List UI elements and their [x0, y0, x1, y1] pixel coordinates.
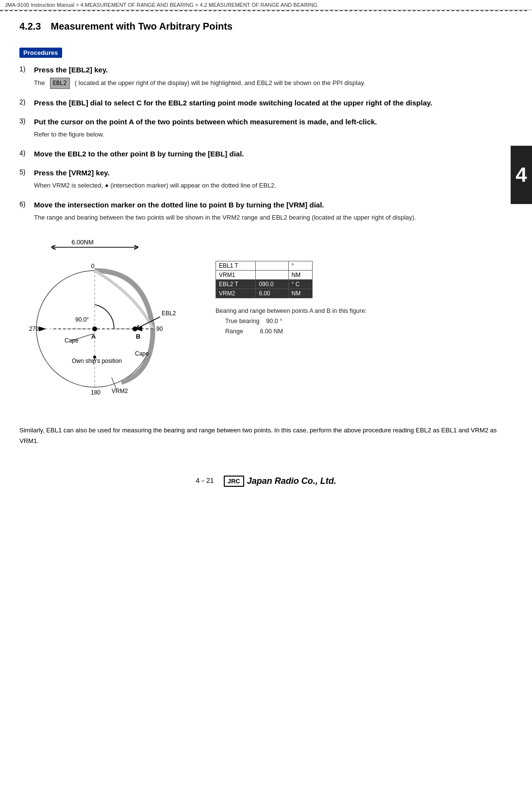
svg-text:270: 270 [29, 325, 39, 332]
step-2: 2) Press the [EBL] dial to select C for … [19, 98, 513, 108]
step-1-number: 1) [19, 65, 34, 73]
true-bearing-value: 90.0 ° [266, 318, 282, 325]
svg-text:90.0°: 90.0° [75, 316, 89, 323]
company-name: Japan Radio Co., Ltd. [247, 476, 336, 486]
svg-text:6.00NM: 6.00NM [71, 239, 94, 246]
svg-text:Own ship's position: Own ship's position [72, 358, 122, 364]
step-4-text: Move the EBL2 to the other point B by tu… [34, 149, 244, 159]
section-heading: 4.2.3 Measurement with Two Arbitrary Poi… [19, 21, 513, 40]
radar-diagram: 6.00NM 0 270 90 180 [19, 232, 204, 416]
chapter-tab: 4 [511, 146, 532, 204]
vrm1-unit: NM [288, 270, 312, 279]
table-row-ebl2: EBL2 T 090.0 ° C [216, 279, 313, 289]
step-1-desc: The EBL2 ( located at the upper right of… [34, 78, 513, 89]
svg-marker-25 [39, 326, 46, 331]
range-label: Range [225, 328, 243, 335]
ebl2-row-label: EBL2 T [216, 279, 256, 289]
section-title: Measurement with Two Arbitrary Points [50, 21, 233, 32]
ebl2-row-unit: ° C [288, 279, 312, 289]
svg-text:Cape: Cape [135, 350, 149, 357]
vrm1-value [256, 270, 288, 279]
step-4: 4) Move the EBL2 to the other point B by… [19, 149, 513, 159]
step-5-number: 5) [19, 168, 34, 176]
ebl1-unit: ° [288, 261, 312, 270]
vrm1-label: VRM1 [216, 270, 256, 279]
svg-point-11 [92, 326, 97, 331]
true-bearing-label: True bearing [225, 318, 259, 325]
step-3-text: Put the cursor on the point A of the two… [34, 117, 377, 127]
step-4-number: 4) [19, 149, 34, 157]
page-footer: 4－21 JRC Japan Radio Co., Ltd. [0, 471, 532, 492]
procedures-badge: Procedures [19, 48, 62, 58]
page-number: 4－21 [196, 477, 214, 485]
ebl1-value [256, 261, 288, 270]
step-3-number: 3) [19, 117, 34, 125]
jrc-label: JRC [224, 476, 244, 487]
step-6-desc: The range and bearing between the two po… [34, 213, 513, 223]
vrm2-row-label: VRM2 [216, 289, 256, 298]
svg-text:VRM2: VRM2 [112, 388, 128, 394]
step-6-number: 6) [19, 200, 34, 208]
figure-area: 6.00NM 0 270 90 180 [19, 232, 513, 416]
svg-text:EBL2: EBL2 [162, 310, 176, 317]
step-6-text: Move the intersection marker on the dott… [34, 200, 324, 210]
svg-point-24 [93, 356, 96, 359]
bearing-true-line: True bearing 90.0 ° [216, 316, 366, 326]
range-value: 6.00 NM [260, 328, 283, 335]
jrc-logo: JRC Japan Radio Co., Ltd. [224, 476, 336, 487]
svg-text:180: 180 [91, 389, 100, 396]
step-2-text: Press the [EBL] dial to select C for the… [34, 98, 432, 108]
svg-text:0: 0 [91, 263, 95, 270]
ebl1-label: EBL1 T [216, 261, 256, 270]
bearing-range-line: Range 6.00 NM [216, 326, 366, 337]
svg-text:A: A [91, 333, 96, 340]
vrm2-row-unit: NM [288, 289, 312, 298]
table-row-vrm1: VRM1 NM [216, 270, 313, 279]
step-5-desc: When VRM2 is selected, ● (intersection m… [34, 181, 513, 191]
table-row-vrm2: VRM2 6.00 NM [216, 289, 313, 298]
step-3-desc: Refer to the figure below. [34, 130, 513, 140]
ebl-vrm-table: EBL1 T ° VRM1 NM EBL2 T 090.0 ° C VRM2 6… [216, 261, 313, 298]
step-5: 5) Press the [VRM2] key. When VRM2 is se… [19, 168, 513, 191]
steps-list: 1) Press the [EBL2] key. The EBL2 ( loca… [19, 65, 513, 223]
ebl2-badge: EBL2 [50, 78, 70, 89]
step-2-number: 2) [19, 98, 34, 106]
footer-paragraph: Similarly, EBL1 can also be used for mea… [19, 425, 513, 446]
breadcrumb: JMA-9100 Instruction Manual > 4.MEASUREM… [0, 0, 532, 10]
vrm2-row-value: 6.00 [256, 289, 288, 298]
table-row-ebl1: EBL1 T ° [216, 261, 313, 270]
radar-info-box: EBL1 T ° VRM1 NM EBL2 T 090.0 ° C VRM2 6… [216, 261, 366, 337]
bearing-notes: Bearing and range between points A and B… [216, 306, 366, 337]
svg-text:B: B [136, 333, 140, 340]
bearing-intro: Bearing and range between points A and B… [216, 306, 366, 316]
step-5-text: Press the [VRM2] key. [34, 168, 110, 178]
step-1: 1) Press the [EBL2] key. The EBL2 ( loca… [19, 65, 513, 89]
ebl2-row-value: 090.0 [256, 279, 288, 289]
step-1-text: Press the [EBL2] key. [34, 65, 108, 75]
step-6: 6) Move the intersection marker on the d… [19, 200, 513, 223]
step-3: 3) Put the cursor on the point A of the … [19, 117, 513, 140]
section-number: 4.2.3 [19, 21, 41, 32]
svg-text:90: 90 [156, 325, 163, 332]
